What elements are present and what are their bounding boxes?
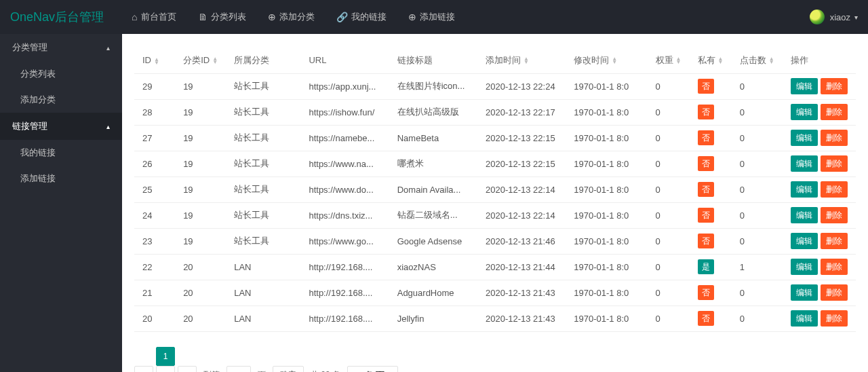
col-header[interactable]: 分类ID▲▼	[175, 48, 226, 73]
edit-button[interactable]: 编辑	[791, 155, 818, 172]
edit-button[interactable]: 编辑	[791, 233, 818, 249]
cell-title: NameBeta	[389, 125, 477, 151]
edit-button[interactable]: 编辑	[791, 104, 818, 120]
sort-icon: ▲▼	[154, 58, 159, 64]
page-1[interactable]: 1	[156, 347, 175, 366]
sidebar-item-添加分类[interactable]: 添加分类	[0, 87, 122, 113]
cell-weight: 0	[648, 151, 690, 176]
sidebar-item-添加链接[interactable]: 添加链接	[0, 166, 122, 191]
sort-icon: ▲▼	[676, 57, 682, 64]
sidebar-group-分类管理[interactable]: 分类管理▴	[0, 34, 122, 61]
chevron-up-icon: ▴	[106, 123, 110, 130]
delete-button[interactable]: 删除	[821, 284, 848, 301]
edit-button[interactable]: 编辑	[791, 78, 818, 94]
cell-title: 在线图片转icon...	[389, 73, 477, 99]
delete-button[interactable]: 删除	[821, 155, 848, 172]
user-menu[interactable]: xiaoz ▾	[810, 10, 858, 24]
nav-前台首页[interactable]: ⌂前台首页	[121, 0, 186, 34]
edit-button[interactable]: 编辑	[791, 259, 818, 275]
delete-button[interactable]: 删除	[821, 104, 848, 120]
brand-logo[interactable]: OneNav后台管理	[10, 9, 104, 25]
cell-cid: 19	[175, 99, 226, 125]
cell-id: 27	[134, 125, 175, 151]
nav-icon: 🗎	[198, 12, 208, 22]
cell-url[interactable]: https://app.xunj...	[300, 73, 389, 99]
delete-button[interactable]: 删除	[821, 259, 848, 275]
table-row: 2519站长工具https://www.do...Domain Availa..…	[134, 176, 856, 202]
cell-cid: 19	[175, 202, 226, 228]
col-header[interactable]: 添加时间▲▼	[477, 48, 566, 73]
cell-addtime: 2020-12-13 22:15	[477, 151, 566, 176]
delete-button[interactable]: 删除	[821, 233, 848, 249]
cell-url[interactable]: https://www.na...	[300, 151, 389, 176]
cell-category: 站长工具	[226, 73, 300, 99]
goto-confirm[interactable]: 确定	[273, 366, 304, 373]
cell-clicks: 0	[732, 73, 783, 99]
edit-button[interactable]: 编辑	[791, 130, 818, 146]
table-row: 2819站长工具https://ishow.fun/在线扒站高级版2020-12…	[134, 99, 856, 125]
cell-url[interactable]: https://ishow.fun/	[300, 99, 389, 125]
cell-private: 否	[690, 176, 732, 202]
cell-addtime: 2020-12-13 21:43	[477, 280, 566, 305]
cell-url[interactable]: http://192.168....	[300, 254, 389, 280]
cell-addtime: 2020-12-13 22:17	[477, 99, 566, 125]
table-row: 2319站长工具https://www.go...Google Adsense2…	[134, 228, 856, 254]
cell-actions: 编辑删除	[783, 176, 856, 202]
col-header: 操作	[783, 48, 856, 73]
goto-input[interactable]	[226, 366, 251, 373]
cell-addtime: 2020-12-13 21:43	[477, 305, 566, 331]
cell-clicks: 0	[732, 99, 783, 125]
cell-cid: 20	[175, 254, 226, 280]
delete-button[interactable]: 删除	[821, 78, 848, 94]
cell-actions: 编辑删除	[783, 228, 856, 254]
cell-url[interactable]: https://namebe...	[300, 125, 389, 151]
cell-url[interactable]: https://www.go...	[300, 228, 389, 254]
links-table: ID▲▼分类ID▲▼所属分类URL链接标题添加时间▲▼修改时间▲▼权重▲▼私有▲…	[134, 48, 856, 332]
page-size-select[interactable]: 10 条/页	[347, 366, 398, 373]
edit-button[interactable]: 编辑	[791, 284, 818, 301]
delete-button[interactable]: 删除	[821, 207, 848, 223]
chevron-up-icon: ▴	[106, 44, 110, 52]
cell-weight: 0	[648, 176, 690, 202]
col-header[interactable]: 点击数▲▼	[732, 48, 783, 73]
page-2[interactable]: 2	[156, 366, 175, 373]
delete-button[interactable]: 删除	[821, 181, 848, 198]
user-name: xiaoz	[830, 12, 850, 22]
sidebar-item-分类列表[interactable]: 分类列表	[0, 61, 122, 87]
cell-url[interactable]: http://192.168....	[300, 305, 389, 331]
page-next[interactable]: >	[178, 366, 197, 373]
delete-button[interactable]: 删除	[821, 130, 848, 146]
cell-category: 站长工具	[226, 202, 300, 228]
nav-添加分类[interactable]: ⊕添加分类	[257, 0, 326, 34]
page-prev[interactable]: <	[134, 366, 153, 373]
sidebar-group-链接管理[interactable]: 链接管理▴	[0, 113, 122, 140]
nav-我的链接[interactable]: 🔗我的链接	[326, 0, 397, 34]
col-header[interactable]: ID▲▼	[134, 48, 175, 73]
cell-url[interactable]: https://dns.txiz...	[300, 202, 389, 228]
cell-clicks: 0	[732, 202, 783, 228]
col-header[interactable]: 权重▲▼	[648, 48, 690, 73]
edit-button[interactable]: 编辑	[791, 207, 818, 223]
delete-button[interactable]: 删除	[821, 310, 848, 327]
col-header[interactable]: 私有▲▼	[690, 48, 732, 73]
cell-title: xiaozNAS	[389, 254, 477, 280]
sidebar-item-我的链接[interactable]: 我的链接	[0, 140, 122, 166]
cell-category: 站长工具	[226, 176, 300, 202]
edit-button[interactable]: 编辑	[791, 310, 818, 327]
col-header[interactable]: 修改时间▲▼	[566, 48, 647, 73]
nav-icon: ⌂	[132, 12, 137, 22]
nav-添加链接[interactable]: ⊕添加链接	[397, 0, 466, 34]
cell-private: 否	[690, 125, 732, 151]
edit-button[interactable]: 编辑	[791, 181, 818, 198]
cell-addtime: 2020-12-13 22:14	[477, 176, 566, 202]
cell-url[interactable]: http://192.168....	[300, 280, 389, 305]
cell-id: 21	[134, 280, 175, 305]
goto-label: 到第	[203, 369, 220, 372]
table-row: 2120LANhttp://192.168....AdguardHome2020…	[134, 280, 856, 305]
cell-url[interactable]: https://www.do...	[300, 176, 389, 202]
cell-modtime: 1970-01-1 8:0	[566, 305, 647, 331]
col-header: URL	[300, 48, 389, 73]
nav-分类列表[interactable]: 🗎分类列表	[187, 0, 257, 34]
cell-private: 否	[690, 99, 732, 125]
sort-icon: ▲▼	[718, 57, 724, 64]
